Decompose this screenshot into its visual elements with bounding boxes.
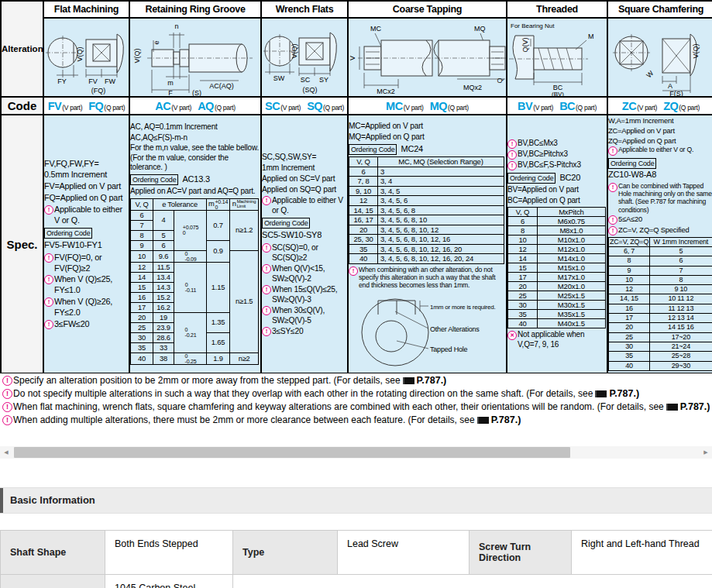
table-cell: 0.7 xyxy=(207,210,230,240)
spec-note: !When V (Q)≥26, FY≤2.0 xyxy=(44,297,129,318)
caution-icon: ! xyxy=(262,327,271,336)
column-title-threaded: Threaded xyxy=(507,1,607,18)
table-cell: 3, 4, 5, 6, 8, 10, 12 xyxy=(378,225,504,235)
ordering-code-box: Ordering Code xyxy=(130,174,178,185)
caution-icon: ! xyxy=(262,243,271,253)
spec-text: (For the m value, consider the tolerance… xyxy=(130,153,260,172)
section-accent-bar xyxy=(0,488,3,513)
section-title: Basic Information xyxy=(10,488,95,513)
spec-text: MQ=Applied on Q part xyxy=(349,132,506,143)
alterations-table-region: Alterations Flat Machining Retaining Rin… xyxy=(0,0,712,373)
ordering-code-box: Ordering Code xyxy=(262,218,310,229)
spec-text: ZQ=Applied on Q part xyxy=(608,136,712,146)
caution-note-text: Specify an alteration position to be 2mm… xyxy=(13,374,401,387)
table-cell: 11.5 xyxy=(153,262,174,272)
ordering-code-value: AC13.3 xyxy=(182,174,210,184)
table-cell: 21~24 xyxy=(650,342,712,351)
scrollbar-thumb[interactable] xyxy=(14,447,570,458)
empty-cell xyxy=(233,575,712,588)
screw-turn-direction-label: Screw Turn Direction xyxy=(470,531,572,575)
material-label: Material xyxy=(1,575,105,588)
table-cell: 14.3 xyxy=(153,282,174,292)
table-cell: 16 xyxy=(609,304,650,313)
spec-note-text: When V (Q)≥26, FY≤2.0 xyxy=(54,297,129,318)
table-cell: 14 xyxy=(508,254,538,263)
spec-cell-square-chamfering: W,A=1mm IncrementZC=Applied on V partZQ=… xyxy=(607,115,712,373)
table-cell: 28.6 xyxy=(153,332,174,342)
table-cell: 9 xyxy=(131,240,153,250)
svg-text:W: W xyxy=(645,69,655,79)
svg-text:1mm or more is required.: 1mm or more is required. xyxy=(430,304,496,311)
table-cell: M8x1.0 xyxy=(538,226,606,236)
spec-text: AC, AQ=0.1mm Increment xyxy=(130,122,260,132)
ordering-code: Ordering CodeZC10-W8-A8 xyxy=(608,158,712,181)
svg-text:SC: SC xyxy=(301,76,311,84)
caution-note: !When flat machining, wrench flats, squa… xyxy=(2,401,712,414)
table-cell: 10 xyxy=(609,275,650,284)
spec-text: SC,SQ,SW,SY= xyxy=(262,152,347,162)
table-cell: 8 xyxy=(650,275,712,284)
book-icon xyxy=(477,417,489,424)
caution-icon: ! xyxy=(608,226,617,236)
table-cell: 11 12 13 xyxy=(650,304,712,313)
scroll-right-button[interactable]: ▶ xyxy=(700,446,712,459)
scroll-left-button[interactable]: ◀ xyxy=(0,446,12,459)
table-cell: 40 xyxy=(131,352,153,364)
caution-icon: ! xyxy=(608,215,617,225)
spec-note-text: SC(SQ)=0, or SC(SQ)≥2 xyxy=(272,242,347,263)
table-cell: 3, 4, 5, 6, 8, 10, 12, 16 xyxy=(378,235,504,245)
table-cell: 3, 4, 5 xyxy=(378,186,504,196)
spec-text: 0.5mm Increment xyxy=(44,170,129,181)
ordering-code-value: ZC10-W8-A8 xyxy=(608,170,656,179)
table-cell: M40x1.5 xyxy=(538,319,606,328)
spec-note-text: Applicable to either V or Q. xyxy=(272,195,347,215)
caution-icon: ! xyxy=(608,146,617,156)
tapped-hole-clearance-diagram: 1mm or more is required. Other Alteratio… xyxy=(349,290,504,367)
table-cell: 20 xyxy=(609,323,650,332)
table-cell: 9, 10 xyxy=(349,186,378,196)
table-cell: 15 xyxy=(131,282,153,292)
code-cell-wrench-flats: SC(V part)SQ(Q part) xyxy=(261,97,348,115)
spec-text: Applied on AC=V part and AQ=Q part. xyxy=(130,187,260,196)
page-reference: P.787.) xyxy=(417,374,447,387)
caution-notes: !Specify an alteration position to be 2m… xyxy=(2,374,712,427)
spec-note-text: Applicable to either V or Q. xyxy=(54,205,129,226)
caution-icon: ! xyxy=(2,402,12,412)
caution-icon: ! xyxy=(507,150,517,160)
caution-icon: ! xyxy=(44,320,53,329)
spec-note-text: BV,BC≤F,S-Pitchx3 xyxy=(518,160,607,170)
horizontal-scrollbar[interactable]: ◀ ▶ xyxy=(0,446,712,459)
table-cell: 8 xyxy=(131,230,153,240)
caution-icon: ! xyxy=(44,205,53,215)
table-cell: 1.35 xyxy=(207,312,230,332)
table-cell: 0-0.09 xyxy=(174,250,207,262)
table-cell: 4 xyxy=(153,210,174,230)
ordering-code: Ordering CodeBC20 xyxy=(507,173,607,184)
svg-text:SW: SW xyxy=(273,74,285,82)
caution-icon: ! xyxy=(2,415,12,425)
spec-note-text: 5≤A≤20 xyxy=(618,215,712,224)
spec-note: !When V (Q)≤25, FY≤1.0 xyxy=(44,274,129,296)
row-label-code: Code xyxy=(1,97,43,115)
table-cell: 3, 4, 5, 6, 8, 10, 12, 16, 20 xyxy=(378,244,504,254)
svg-text:n: n xyxy=(174,22,178,30)
svg-text:SY: SY xyxy=(319,76,328,84)
table-cell: 25~28 xyxy=(650,352,712,361)
spec-lines-coarse-tapping: MC=Applied on V partMQ=Applied on Q part… xyxy=(349,122,506,289)
table-cell: 40 xyxy=(609,361,650,370)
table-cell: MxPitch xyxy=(538,208,606,217)
spec-note-text: BV,BC≤Mx3 xyxy=(518,139,607,149)
table-cell: +0.0750 xyxy=(174,210,207,250)
svg-text:e: e xyxy=(153,40,160,44)
svg-text:MQx2: MQx2 xyxy=(463,84,482,91)
spec-note-text: FV(FQ)=0, or FV(FQ)≥2 xyxy=(54,253,129,274)
spec-note: !When 30≤Q(V), SW≥Q(V)-5 xyxy=(262,305,347,325)
caution-icon: ! xyxy=(262,264,271,273)
table-cell: 20 xyxy=(131,312,153,322)
svg-text:F: F xyxy=(168,89,173,96)
spec-cell-retaining-ring: AC, AQ=0.1mm IncrementAC,AQ≤F(S)-m-nFor … xyxy=(129,115,261,373)
code-bv: BV(V part) xyxy=(518,99,553,113)
square-chamfering-diagram: W V(Q) A F(S) xyxy=(607,18,712,97)
table-cell: 1.65 xyxy=(207,332,230,352)
spec-note: !Applicable to either V or Q. xyxy=(608,146,712,156)
